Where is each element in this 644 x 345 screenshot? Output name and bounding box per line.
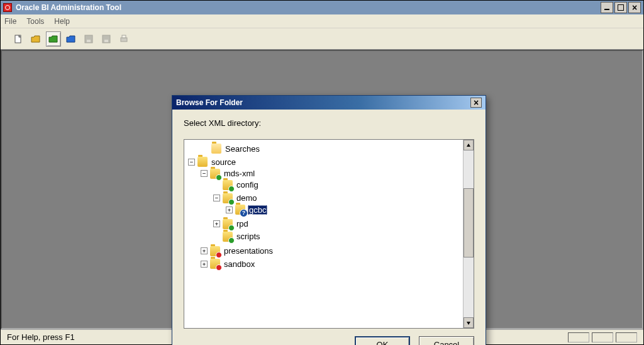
tree-scrollbar[interactable] bbox=[463, 140, 474, 328]
expand-icon[interactable]: + bbox=[201, 261, 208, 268]
app-icon bbox=[3, 3, 12, 12]
scroll-thumb[interactable] bbox=[464, 188, 474, 257]
tool-disk1-icon[interactable] bbox=[81, 31, 96, 47]
dialog-overlay: Browse For Folder Select XML directory: bbox=[2, 51, 642, 328]
tree-node-demo[interactable]: demo bbox=[235, 193, 258, 203]
tool-open2-icon[interactable] bbox=[46, 31, 61, 47]
tree-node-source[interactable]: source bbox=[210, 157, 237, 167]
scroll-track[interactable] bbox=[464, 150, 474, 317]
window-title: Oracle BI Administration Tool bbox=[16, 3, 121, 12]
folder-tree[interactable]: Searches − source bbox=[184, 140, 463, 328]
dialog-prompt: Select XML directory: bbox=[184, 118, 474, 128]
menu-tools[interactable]: Tools bbox=[26, 17, 44, 26]
tool-open3-icon[interactable] bbox=[64, 31, 79, 47]
tree-node-sandbox[interactable]: sandbox bbox=[223, 259, 256, 269]
minimize-button[interactable] bbox=[601, 2, 613, 13]
expand-icon[interactable]: + bbox=[213, 220, 220, 227]
tree-node-gcbc[interactable]: gcbc bbox=[248, 205, 267, 215]
folder-icon bbox=[211, 144, 221, 154]
scroll-down-icon[interactable] bbox=[464, 317, 474, 328]
tree-node-mds-xml[interactable]: mds-xml bbox=[223, 169, 256, 178]
tool-new-icon[interactable] bbox=[11, 31, 26, 47]
workspace: Browse For Folder Select XML directory: bbox=[1, 50, 643, 329]
tool-disk2-icon[interactable] bbox=[99, 31, 114, 47]
close-button[interactable] bbox=[628, 2, 641, 13]
svg-rect-4 bbox=[104, 40, 108, 42]
folder-icon bbox=[197, 157, 208, 167]
expand-icon[interactable]: + bbox=[226, 206, 233, 213]
cancel-button[interactable]: Cancel bbox=[419, 336, 474, 345]
folder-icon bbox=[223, 193, 233, 203]
expander-icon bbox=[202, 145, 209, 152]
status-cell bbox=[568, 332, 589, 342]
status-cell bbox=[616, 332, 637, 342]
tree-container: Searches − source bbox=[184, 139, 474, 329]
folder-icon bbox=[210, 259, 220, 269]
titlebar: Oracle BI Administration Tool bbox=[1, 1, 643, 14]
menu-help[interactable]: Help bbox=[54, 17, 70, 26]
folder-icon bbox=[223, 180, 233, 190]
status-cell bbox=[592, 332, 613, 342]
folder-icon bbox=[223, 219, 233, 229]
dialog-titlebar: Browse For Folder bbox=[172, 96, 486, 110]
folder-icon bbox=[210, 246, 220, 256]
expander-icon bbox=[213, 233, 220, 240]
app-window: Oracle BI Administration Tool File Tools… bbox=[0, 0, 644, 345]
dialog-close-button[interactable] bbox=[470, 98, 482, 108]
tree-node-searches[interactable]: Searches bbox=[224, 144, 261, 154]
folder-icon bbox=[235, 205, 245, 215]
dialog-title-text: Browse For Folder bbox=[176, 98, 243, 107]
collapse-icon[interactable]: − bbox=[188, 159, 195, 166]
tree-node-rpd[interactable]: rpd bbox=[235, 219, 250, 229]
maximize-button[interactable] bbox=[614, 2, 627, 13]
collapse-icon[interactable]: − bbox=[213, 195, 220, 201]
tool-print-icon[interactable] bbox=[116, 31, 131, 47]
svg-rect-2 bbox=[87, 40, 91, 42]
expand-icon[interactable]: + bbox=[201, 247, 208, 254]
browse-folder-dialog: Browse For Folder Select XML directory: bbox=[172, 95, 486, 345]
ok-button[interactable]: OK bbox=[355, 336, 410, 345]
scroll-up-icon[interactable] bbox=[464, 140, 474, 150]
tree-node-presentations[interactable]: presentations bbox=[223, 246, 274, 256]
expander-icon bbox=[213, 181, 220, 188]
tree-node-scripts[interactable]: scripts bbox=[235, 232, 262, 241]
svg-rect-6 bbox=[122, 35, 126, 38]
svg-rect-5 bbox=[121, 38, 127, 42]
folder-icon bbox=[210, 169, 220, 179]
folder-icon bbox=[223, 232, 233, 242]
tool-open-icon[interactable] bbox=[28, 31, 43, 47]
toolbar bbox=[1, 28, 643, 50]
menu-file[interactable]: File bbox=[4, 17, 16, 26]
tree-node-config[interactable]: config bbox=[235, 180, 260, 189]
status-text: For Help, press F1 bbox=[7, 332, 75, 342]
collapse-icon[interactable]: − bbox=[201, 170, 208, 177]
menubar: File Tools Help bbox=[1, 14, 643, 28]
